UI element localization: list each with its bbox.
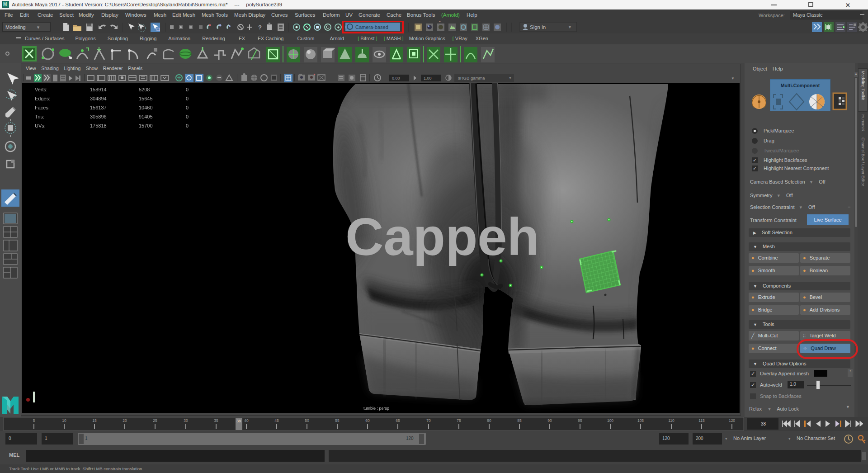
svg-text:5: 5 [33,418,35,423]
svg-text:▼: ▼ [509,76,512,80]
svg-text:38: 38 [236,419,241,423]
svg-text:55: 55 [335,418,340,423]
svg-text:Camera-based: Camera-based [355,24,388,30]
svg-text:40: 40 [244,418,249,423]
svg-text:15: 15 [92,418,97,423]
svg-text:20: 20 [123,418,127,423]
svg-text:95: 95 [578,418,582,423]
svg-text:Sign in: Sign in [530,24,546,30]
svg-text:65: 65 [396,418,400,423]
svg-text:0.00: 0.00 [392,76,400,80]
svg-text:25: 25 [153,418,157,423]
svg-text:▼: ▼ [731,76,735,80]
svg-text:110: 110 [668,418,675,423]
svg-text:?: ? [258,24,262,31]
svg-text:38: 38 [761,421,766,426]
svg-text:1.00: 1.00 [424,76,432,80]
svg-text:▼: ▼ [568,25,572,29]
svg-text:90: 90 [547,418,552,423]
svg-text:85: 85 [517,418,522,423]
svg-text:105: 105 [637,418,644,423]
svg-text:sRGB gamma: sRGB gamma [458,76,485,80]
svg-text:70: 70 [426,418,431,423]
svg-text:80: 80 [487,418,491,423]
svg-text:45: 45 [274,418,279,423]
svg-text:50: 50 [305,418,309,423]
svg-text:35: 35 [214,418,218,423]
svg-text:Cappeh: Cappeh [345,207,539,266]
svg-text:30: 30 [184,418,188,423]
svg-text:10: 10 [62,418,66,423]
svg-text:115: 115 [698,418,705,423]
svg-text:60: 60 [365,418,370,423]
svg-text:120: 120 [729,418,735,423]
svg-text:100: 100 [607,418,613,423]
svg-text:75: 75 [457,418,461,423]
